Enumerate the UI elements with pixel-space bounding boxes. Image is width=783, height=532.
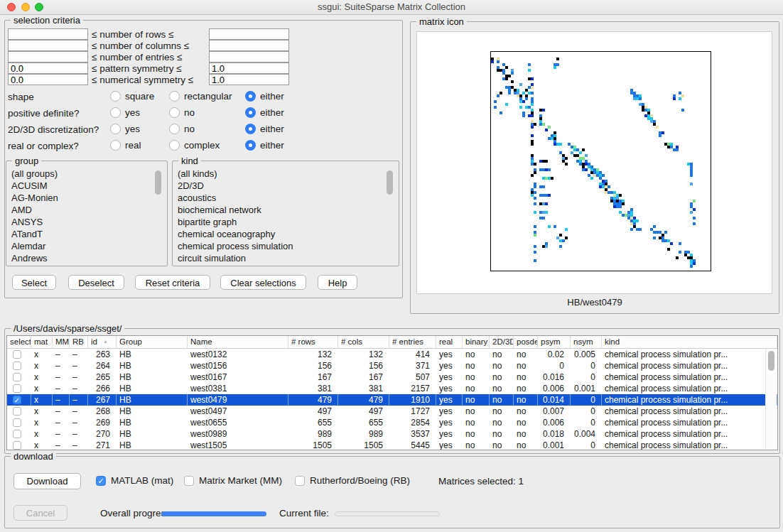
column-header-binary[interactable]: binary — [463, 336, 490, 348]
list-item[interactable]: AG-Monien — [11, 192, 165, 204]
download-button[interactable]: Download — [14, 473, 81, 489]
table-row[interactable]: x––264HBwest0156156156371yesnonono00chem… — [7, 360, 777, 371]
criteria-min-input-4[interactable] — [8, 74, 88, 85]
list-item[interactable]: circuit simulation — [178, 252, 396, 264]
group-scrollbar-thumb[interactable] — [155, 170, 161, 195]
radio-option-either[interactable]: either — [245, 124, 284, 134]
table-row[interactable]: ✓x––267HBwest04794794791910yesnonono0.01… — [7, 394, 777, 406]
checkbox-icon[interactable]: ✓ — [96, 476, 106, 486]
format-checkbox-matrix-market-mm-[interactable]: Matrix Market (MM) — [184, 475, 282, 486]
radio-option-square[interactable]: square — [110, 91, 154, 102]
column-header--cols[interactable]: # cols — [338, 336, 389, 348]
criteria-max-input-2[interactable] — [209, 51, 289, 63]
list-item[interactable]: ACUSIM — [11, 180, 165, 192]
list-item[interactable]: 2D/3D — [178, 180, 396, 192]
list-item[interactable]: ANSYS — [11, 216, 165, 228]
kind-scrollbar-thumb[interactable] — [387, 170, 393, 195]
criteria-min-input-1[interactable] — [8, 40, 88, 51]
format-checkbox-rutherford-boeing-rb-[interactable]: Rutherford/Boeing (RB) — [295, 475, 410, 486]
list-item[interactable]: bipartite graph — [178, 216, 396, 228]
deselect-button[interactable]: Deselect — [68, 275, 124, 290]
list-item[interactable]: biochemical network — [178, 204, 396, 216]
column-header--rows[interactable]: # rows — [288, 336, 338, 348]
column-header-kind[interactable]: kind — [602, 336, 777, 348]
list-item[interactable]: chemical process simulation — [178, 240, 396, 252]
checkbox-icon[interactable] — [295, 476, 305, 486]
radio-icon[interactable] — [245, 107, 256, 118]
row-select-checkbox[interactable] — [13, 384, 21, 393]
table-row[interactable]: x––265HBwest0167167167507yesnonono0.0160… — [7, 371, 777, 383]
table-row[interactable]: x––269HBwest06556556552854yesnonono0.006… — [7, 417, 777, 428]
reset-criteria-button[interactable]: Reset criteria — [135, 275, 210, 290]
table-scrollbar-thumb[interactable] — [768, 351, 774, 371]
checkbox-icon[interactable] — [184, 476, 194, 486]
list-item[interactable]: (all groups) — [11, 168, 165, 180]
radio-icon[interactable] — [245, 140, 256, 151]
criteria-max-input-0[interactable] — [209, 28, 289, 40]
column-header-posdef[interactable]: posdef — [514, 336, 538, 348]
table-scrollbar[interactable] — [765, 349, 777, 449]
radio-option-rectangular[interactable]: rectangular — [169, 91, 232, 102]
criteria-max-input-3[interactable] — [209, 63, 289, 74]
column-header-psym[interactable]: psym — [538, 336, 571, 348]
cancel-button[interactable]: Cancel — [14, 505, 68, 521]
table-row[interactable]: x––263HBwest0132132132414yesnonono0.020.… — [7, 349, 777, 360]
radio-option-either[interactable]: either — [245, 91, 284, 102]
list-item[interactable]: (all kinds) — [178, 168, 396, 180]
column-header--entries[interactable]: # entries — [389, 336, 436, 348]
radio-option-either[interactable]: either — [245, 140, 284, 151]
column-header-id[interactable]: id▲ — [88, 336, 117, 348]
radio-icon[interactable] — [110, 124, 121, 134]
column-header-mat[interactable]: mat — [31, 336, 53, 348]
row-select-checkbox[interactable] — [13, 373, 21, 381]
table-row[interactable]: x––271HBwest1505150515055445yesnonono0.0… — [7, 440, 777, 450]
radio-option-yes[interactable]: yes — [110, 124, 140, 134]
row-select-checkbox[interactable] — [13, 430, 21, 438]
radio-option-either[interactable]: either — [245, 107, 284, 118]
row-select-checkbox[interactable] — [13, 350, 21, 359]
radio-option-real[interactable]: real — [110, 140, 141, 151]
column-header-name[interactable]: Name — [188, 336, 288, 348]
list-item[interactable]: acoustics — [178, 192, 396, 204]
row-select-checkbox[interactable] — [13, 407, 21, 416]
kind-scrollbar[interactable] — [385, 169, 394, 261]
criteria-min-input-3[interactable] — [8, 63, 88, 74]
group-scrollbar[interactable] — [153, 169, 163, 261]
radio-icon[interactable] — [245, 91, 256, 102]
table-row[interactable]: x––266HBwest03813813812157yesnonono0.006… — [7, 383, 777, 394]
select-button[interactable]: Select — [12, 275, 56, 290]
format-checkbox-matlab-mat-[interactable]: ✓MATLAB (mat) — [96, 475, 173, 486]
radio-option-yes[interactable]: yes — [110, 107, 140, 118]
column-header-real[interactable]: real — [436, 336, 463, 348]
radio-option-no[interactable]: no — [169, 107, 195, 118]
column-header-rb[interactable]: RB — [70, 336, 88, 348]
column-header-nsym[interactable]: nsym — [571, 336, 602, 348]
help-button[interactable]: Help — [318, 275, 357, 290]
clear-selections-button[interactable]: Clear selections — [220, 275, 306, 290]
radio-option-complex[interactable]: complex — [169, 140, 220, 151]
radio-icon[interactable] — [110, 107, 121, 118]
column-header-mm[interactable]: MM — [53, 336, 70, 348]
list-item[interactable]: Alemdar — [11, 240, 165, 252]
radio-icon[interactable] — [110, 91, 121, 102]
row-select-checkbox[interactable] — [13, 362, 21, 370]
radio-icon[interactable] — [110, 140, 121, 151]
column-header-2d-3d[interactable]: 2D/3D — [490, 336, 514, 348]
row-select-checkbox[interactable] — [13, 418, 21, 427]
radio-icon[interactable] — [169, 140, 180, 151]
radio-option-no[interactable]: no — [169, 124, 195, 134]
list-item[interactable]: AMD — [11, 204, 165, 216]
criteria-max-input-4[interactable] — [209, 74, 289, 85]
radio-icon[interactable] — [245, 124, 256, 134]
column-header-group[interactable]: Group — [117, 336, 188, 348]
criteria-max-input-1[interactable] — [209, 40, 289, 51]
radio-icon[interactable] — [169, 91, 180, 102]
criteria-min-input-0[interactable] — [8, 28, 88, 40]
criteria-min-input-2[interactable] — [8, 51, 88, 63]
table-row[interactable]: x––270HBwest09899899893537yesnonono0.018… — [7, 428, 777, 440]
radio-icon[interactable] — [169, 107, 180, 118]
row-select-checkbox[interactable]: ✓ — [13, 396, 21, 404]
table-row[interactable]: x––268HBwest04974974971727yesnonono0.007… — [7, 406, 777, 417]
list-item[interactable]: ATandT — [11, 228, 165, 240]
column-header-select[interactable]: select — [7, 336, 31, 348]
